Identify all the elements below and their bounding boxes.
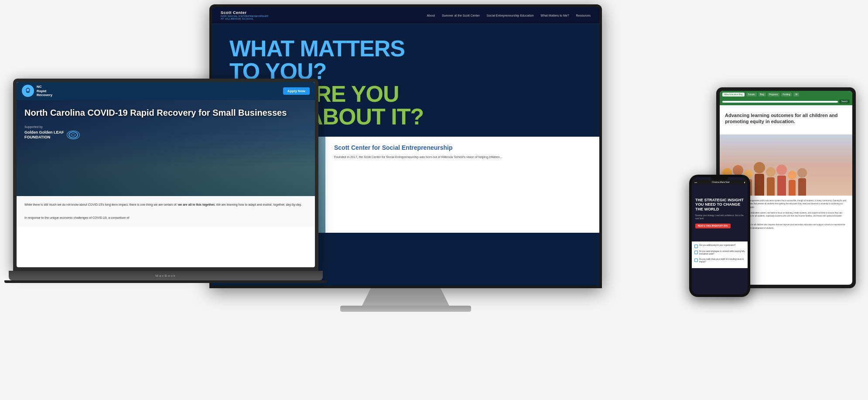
laptop-frame: NC Rapid Recovery Apply Now North Caroli…	[13, 79, 318, 271]
laptop-hero-title: North Carolina COVID-19 Rapid Recovery f…	[24, 107, 307, 118]
phone-content-area: Are you addressing for your organization…	[692, 241, 748, 268]
monitor-navbar: Scott Center FOR SOCIAL ENTREPRENEURSHIP…	[212, 7, 599, 24]
phone-device: ●●● Christina Marie Noel ▮ THE STRATEGIC…	[689, 175, 750, 297]
laptop-logo-line3: Recovery	[37, 93, 52, 97]
tablet2-search-button[interactable]: Search	[839, 100, 850, 103]
laptop-bottom-bezel: MacBook	[9, 271, 323, 280]
phone-checkbox-1[interactable]	[694, 245, 698, 248]
laptop-device: NC Rapid Recovery Apply Now North Caroli…	[13, 79, 318, 306]
phone-check-text-1: Are you addressing for your organization…	[699, 244, 736, 247]
tablet2-tab-education[interactable]: Hillés Education Blog	[722, 93, 745, 97]
phone-check-text-3: Do you really draw your might for includ…	[699, 258, 745, 264]
phone-nav-name: Christina Marie Noel	[712, 181, 730, 183]
laptop-hero: North Carolina COVID-19 Rapid Recovery f…	[17, 100, 315, 196]
laptop-supported-label: Supported by	[24, 125, 307, 128]
monitor-nav-matters[interactable]: What Matters to Me?	[541, 14, 569, 17]
laptop-content-para2: In response to the unique economic chall…	[24, 215, 307, 221]
laptop-apply-button[interactable]: Apply Now	[283, 87, 310, 95]
svg-point-1	[69, 132, 78, 138]
monitor-nav-links: About Summer at the Scott Center Social …	[427, 14, 591, 17]
tablet2-search-area: Search	[720, 98, 852, 105]
laptop-hinge	[4, 280, 327, 283]
main-scene: Scott Center FOR SOCIAL ENTREPRENEURSHIP…	[0, 0, 868, 400]
tablet2-tab-all[interactable]: All	[793, 93, 799, 97]
laptop-golden-leaf-area: Golden Golden LEAF FOUNDATION	[24, 130, 307, 140]
tablet2-tab-blog[interactable]: Blog	[759, 93, 766, 97]
monitor-hero-line1: WHAT MATTERS	[229, 37, 582, 60]
tablet2-hero-text: Advancing learning outcomes for all chil…	[720, 105, 852, 134]
phone-hero-title: THE STRATEGIC INSIGHT YOU NEED TO CHANGE…	[695, 198, 744, 212]
laptop-golden-text: Golden Golden LEAF FOUNDATION	[24, 130, 64, 140]
laptop-logo-line1: NC	[37, 85, 52, 89]
laptop-navbar: NC Rapid Recovery Apply Now	[17, 82, 315, 100]
phone-navbar: ●●● Christina Marie Noel ▮	[692, 180, 748, 185]
laptop-hero-content: North Carolina COVID-19 Rapid Recovery f…	[24, 107, 307, 140]
laptop-content-para1: While there is still much we do not know…	[24, 202, 307, 207]
monitor-nav-summer[interactable]: Summer at the Scott Center	[442, 14, 480, 17]
phone-frame: ●●● Christina Marie Noel ▮ THE STRATEGIC…	[689, 175, 750, 297]
laptop-golden-logo-icon	[67, 131, 80, 139]
phone-check-item-1: Are you addressing for your organization…	[694, 244, 745, 248]
phone-hero: THE STRATEGIC INSIGHT YOU NEED TO CHANGE…	[692, 185, 748, 241]
phone-check-item-3: Do you really draw your might for includ…	[694, 258, 745, 264]
monitor-nav-social-ed[interactable]: Social Entrepreneurship Education	[487, 14, 534, 17]
tablet2-tab-schools[interactable]: Schools	[746, 93, 757, 97]
laptop-logo-line2: Rapid	[37, 89, 52, 93]
monitor-logo-sub2: AT HILLBROOK SCHOOL	[221, 17, 269, 20]
monitor-nav-about[interactable]: About	[427, 14, 435, 17]
monitor-bottom-desc: Founded in 2017, the Scott Center for So…	[334, 155, 591, 160]
laptop-screen: NC Rapid Recovery Apply Now North Caroli…	[17, 82, 315, 267]
phone-hero-sub: Develop your strategy. Lead with confide…	[695, 214, 744, 221]
phone-checkbox-2[interactable]	[694, 251, 698, 254]
laptop-logo-icon	[22, 85, 34, 97]
laptop-logo-text: NC Rapid Recovery	[37, 85, 52, 97]
laptop-logo-area: NC Rapid Recovery	[22, 85, 52, 97]
tablet2-tab-funding[interactable]: Funding	[781, 93, 792, 97]
monitor-bottom-title: Scott Center for Social Entrepreneurship	[334, 144, 591, 152]
phone-checkbox-3[interactable]	[694, 259, 698, 262]
monitor-logo-title: Scott Center	[221, 10, 269, 15]
phone-check-item-2: Do you need strategies to connect while …	[694, 250, 745, 256]
phone-cta-button[interactable]: READ & TAKE INVENTORY 2021	[695, 224, 731, 228]
phone-signal-icon: ●●●	[694, 182, 697, 183]
monitor-logo: Scott Center FOR SOCIAL ENTREPRENEURSHIP…	[221, 10, 269, 20]
tablet2-main-title: Advancing learning outcomes for all chil…	[725, 112, 847, 125]
tablet2-nav: Hillés Education Blog Schools Blog Progr…	[720, 91, 852, 98]
laptop-content-area: While there is still much we do not know…	[17, 196, 315, 227]
phone-check-text-2: Do you need strategies to connect while …	[699, 250, 745, 256]
tablet2-search-input[interactable]	[722, 101, 838, 103]
tablet2-tab-programs[interactable]: Programs	[768, 93, 780, 97]
monitor-stand	[362, 288, 449, 306]
monitor-bottom-text: Scott Center for Social Entrepreneurship…	[325, 137, 599, 233]
phone-screen: ●●● Christina Marie Noel ▮ THE STRATEGIC…	[692, 177, 748, 294]
phone-battery-icon: ▮	[744, 182, 745, 183]
monitor-base	[340, 306, 471, 312]
svg-point-0	[26, 88, 30, 92]
laptop-brand-label: MacBook	[155, 274, 176, 278]
monitor-nav-resources[interactable]: Resources	[576, 14, 591, 17]
